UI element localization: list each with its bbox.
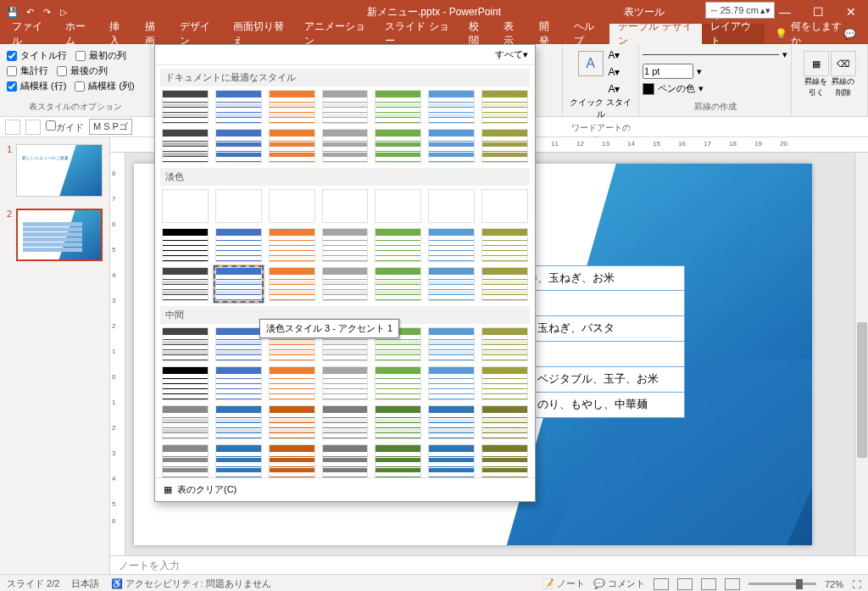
table-style-item[interactable] — [269, 129, 315, 163]
table-style-item[interactable] — [322, 444, 369, 477]
slide-thumb-2[interactable]: 2 — [7, 209, 103, 261]
table-style-item[interactable] — [428, 366, 475, 400]
table-style-item[interactable] — [322, 189, 369, 223]
table-style-item[interactable] — [481, 129, 528, 163]
vertical-scrollbar[interactable] — [854, 153, 868, 555]
table-style-item[interactable] — [269, 405, 315, 439]
table-style-item[interactable] — [322, 405, 369, 439]
redo-icon[interactable]: ↷ — [41, 6, 53, 18]
pen-width-dropdown[interactable]: ▾ — [697, 66, 702, 77]
new-slide-icon[interactable] — [5, 120, 20, 135]
guide-checkbox[interactable]: ガイド — [46, 120, 84, 134]
text-effects-icon[interactable]: A▾ — [605, 81, 624, 97]
reading-view-icon[interactable] — [701, 578, 716, 590]
table-style-item[interactable] — [322, 267, 369, 301]
table-style-item[interactable] — [375, 90, 421, 124]
opt-banded-col[interactable]: 縞模様 (列) — [75, 80, 134, 92]
tab-layout[interactable]: レイアウト — [702, 24, 765, 44]
table-style-item[interactable] — [481, 327, 528, 361]
table-style-item[interactable] — [162, 327, 209, 361]
opt-title-row[interactable]: タイトル行 — [7, 49, 67, 62]
table-style-item[interactable] — [269, 444, 315, 477]
table-style-item[interactable] — [162, 129, 209, 163]
table-style-item[interactable] — [322, 90, 369, 124]
table-style-item[interactable] — [428, 228, 475, 262]
table-style-item[interactable] — [481, 189, 528, 223]
table-style-item[interactable] — [428, 129, 475, 163]
tab-slideshow[interactable]: スライド ショー — [376, 24, 459, 44]
table-style-item[interactable] — [428, 90, 475, 124]
comments-button[interactable]: 💬 コメント — [593, 577, 645, 590]
text-outline-icon[interactable]: A▾ — [605, 64, 624, 80]
table-style-item[interactable] — [428, 405, 475, 439]
slide-thumb-1[interactable]: 1 新しいメニューのご提案 — [7, 144, 103, 197]
font-selector[interactable]: M S Pゴ — [89, 119, 132, 135]
notes-pane[interactable]: ノートを入力 — [110, 555, 868, 574]
table-style-item[interactable] — [162, 189, 209, 223]
tab-insert[interactable]: 挿入 — [101, 24, 136, 44]
opt-banded-row[interactable]: 縞模様 (行) — [7, 80, 66, 92]
opt-total-row[interactable]: 集計行 — [7, 64, 48, 77]
tab-design[interactable]: デザイン — [171, 24, 225, 44]
table-style-item[interactable] — [322, 228, 369, 262]
clear-table-button[interactable]: ▦表のクリア(C) — [155, 477, 535, 501]
notes-button[interactable]: 📝 ノート — [542, 577, 585, 590]
draw-borders-button[interactable]: ▦ — [804, 51, 829, 76]
table-style-item[interactable] — [428, 189, 475, 223]
tab-draw[interactable]: 描画 — [136, 24, 171, 44]
table-style-item[interactable] — [269, 189, 315, 223]
close-icon[interactable]: ✕ — [846, 5, 856, 19]
maximize-icon[interactable]: ☐ — [813, 5, 824, 19]
table-style-item[interactable] — [215, 327, 262, 361]
tab-review[interactable]: 校閲 — [460, 24, 495, 44]
table-style-item[interactable] — [375, 129, 421, 163]
pen-width-input[interactable] — [643, 64, 693, 79]
table-style-item[interactable] — [269, 267, 315, 301]
tab-table-design[interactable]: テーブル デザイン — [609, 24, 702, 44]
share-icon[interactable]: 💬 — [843, 28, 868, 40]
zoom-level[interactable]: 72% — [825, 579, 843, 589]
table-style-item[interactable] — [162, 405, 209, 439]
quick-styles-button[interactable]: A — [578, 51, 604, 76]
table-style-item[interactable] — [215, 228, 262, 262]
layout-icon[interactable] — [25, 120, 41, 135]
table-style-item[interactable] — [162, 366, 209, 400]
table-style-item[interactable] — [322, 129, 369, 163]
tab-help[interactable]: ヘルプ — [565, 24, 609, 44]
erase-borders-button[interactable]: ⌫ — [831, 51, 856, 76]
table-style-item[interactable] — [162, 267, 209, 301]
undo-icon[interactable]: ↶ — [24, 6, 36, 18]
table-style-item[interactable] — [481, 405, 528, 439]
table-style-item[interactable] — [428, 444, 475, 477]
table-style-item[interactable] — [481, 267, 528, 301]
table-style-item[interactable] — [269, 366, 315, 400]
text-fill-icon[interactable]: A▾ — [605, 47, 624, 63]
opt-first-col[interactable]: 最初の列 — [75, 49, 126, 62]
table-style-item[interactable] — [481, 90, 528, 124]
table-style-item[interactable] — [375, 189, 421, 223]
tab-home[interactable]: ホーム — [57, 24, 101, 44]
table-style-item[interactable] — [215, 189, 262, 223]
zoom-slider[interactable] — [748, 583, 816, 585]
normal-view-icon[interactable] — [654, 578, 669, 590]
table-style-item[interactable] — [269, 90, 315, 124]
table-style-item[interactable] — [269, 228, 315, 262]
table-style-item[interactable] — [162, 444, 209, 477]
table-style-item[interactable] — [215, 90, 262, 124]
accessibility-status[interactable]: ♿ アクセシビリティ: 問題ありません — [111, 577, 270, 590]
table-style-item[interactable] — [375, 366, 421, 400]
tab-animations[interactable]: アニメーション — [296, 24, 376, 44]
sorter-view-icon[interactable] — [677, 578, 693, 590]
table-style-item[interactable] — [215, 366, 262, 400]
gallery-filter-dropdown[interactable]: ▾ — [523, 49, 528, 60]
table-style-item[interactable] — [215, 129, 262, 163]
pen-color-swatch[interactable] — [643, 83, 654, 95]
table-style-item[interactable] — [162, 228, 209, 262]
language-indicator[interactable]: 日本語 — [71, 577, 99, 590]
tab-file[interactable]: ファイル — [3, 24, 57, 44]
table-style-item[interactable] — [375, 444, 421, 477]
table-style-item[interactable] — [481, 444, 528, 477]
table-style-item[interactable] — [215, 267, 262, 301]
table-style-item[interactable] — [375, 405, 421, 439]
table-style-item[interactable] — [375, 228, 421, 262]
